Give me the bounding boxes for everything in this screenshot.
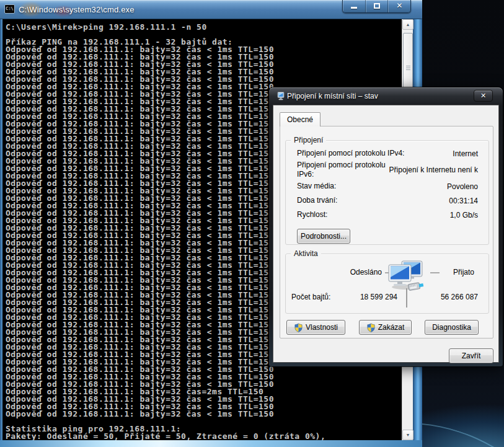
connection-row: Doba trvání: 00:31:14: [297, 193, 478, 208]
minimize-button[interactable]: [343, 0, 366, 12]
activity-group: Aktivita Odesláno: [285, 254, 489, 314]
activity-group-label: Aktivita: [291, 249, 321, 258]
maximize-icon: [374, 3, 380, 9]
connection-row: Připojení pomocí protokolu IPv6: Připoje…: [297, 161, 478, 179]
connection-row-label: Připojení pomocí protokolu IPv4:: [297, 149, 409, 158]
close-button[interactable]: ✕: [388, 0, 410, 12]
connection-row-value: Internet: [409, 149, 478, 158]
uac-shield-icon: [294, 323, 303, 332]
network-connection-icon: [276, 91, 286, 101]
uac-shield-icon: [366, 323, 376, 332]
network-status-dialog: Připojení k místní síti – stav ✕ Obecné …: [269, 87, 503, 366]
properties-button[interactable]: Vlastnosti: [286, 320, 345, 335]
bytes-label: Počet bajtů:: [291, 293, 330, 301]
dialog-titlebar[interactable]: Připojení k místní síti – stav ✕: [269, 87, 503, 105]
bytes-received-value: 56 266 087: [428, 293, 478, 301]
bytes-separator: [406, 288, 407, 308]
connection-row: Rychlost: 1,0 Gb/s: [297, 208, 478, 222]
received-label: Přijato: [453, 268, 490, 277]
connection-group: Připojení Připojení pomocí protokolu IPv…: [285, 140, 489, 245]
details-button[interactable]: Podrobnosti...: [297, 229, 350, 244]
cmd-icon: C:\: [4, 4, 15, 14]
cmd-window-border: [0, 440, 422, 447]
dialog-body: Obecné Připojení Připojení pomocí protok…: [273, 105, 499, 363]
diagnose-button[interactable]: Diagnostika: [425, 320, 479, 335]
connection-row-value: 00:31:14: [409, 197, 478, 205]
cmd-window-title: C:\Windows\system32\cmd.exe: [19, 5, 135, 14]
disable-button-label: Zakázat: [378, 323, 405, 332]
caption-buttons: ✕: [342, 0, 411, 13]
connection-row-label: Rychlost:: [297, 210, 409, 219]
desktop: C:\ C:\Windows\system32\cmd.exe ✕ C:\Use…: [0, 0, 504, 447]
connection-rows: Připojení pomocí protokolu IPv4: Interne…: [297, 146, 478, 222]
disable-button[interactable]: Zakázat: [359, 320, 412, 335]
dialog-close-button[interactable]: ✕: [474, 90, 493, 102]
connection-group-label: Připojení: [291, 136, 326, 144]
connection-row: Stav média: Povoleno: [297, 179, 478, 193]
scroll-up-button[interactable]: ▲: [402, 19, 413, 30]
scroll-down-button[interactable]: ▼: [402, 430, 413, 440]
connection-row-value: Povoleno: [409, 182, 478, 191]
close-icon: ✕: [388, 1, 410, 10]
connection-row-label: Stav média:: [297, 182, 409, 191]
connection-row-value: Připojení k Internetu není k: [389, 166, 478, 174]
sent-label: Odesláno: [323, 268, 382, 277]
network-computers-icon: [387, 260, 426, 292]
scrollbar-grip-icon: [406, 66, 410, 66]
tab-general[interactable]: Obecné: [280, 112, 321, 126]
close-dialog-button[interactable]: Zavřít: [449, 348, 493, 363]
minimize-icon: [351, 7, 357, 9]
properties-button-label: Vlastnosti: [306, 323, 338, 332]
connection-row-label: Doba trvání:: [297, 196, 409, 205]
cmd-titlebar[interactable]: C:\ C:\Windows\system32\cmd.exe ✕: [0, 0, 422, 19]
diagnose-button-label: Diagnostika: [432, 323, 471, 332]
link-dash-icon: [430, 272, 440, 273]
connection-row: Připojení pomocí protokolu IPv4: Interne…: [297, 146, 478, 161]
general-tab-panel: Připojení Připojení pomocí protokolu IPv…: [280, 126, 493, 339]
connection-row-label: Připojení pomocí protokolu IPv6:: [297, 161, 389, 179]
connection-row-value: 1,0 Gb/s: [409, 211, 478, 219]
maximize-button[interactable]: [366, 0, 389, 12]
dialog-title: Připojení k místní síti – stav: [287, 92, 378, 100]
bytes-sent-value: 18 599 294: [345, 293, 397, 301]
